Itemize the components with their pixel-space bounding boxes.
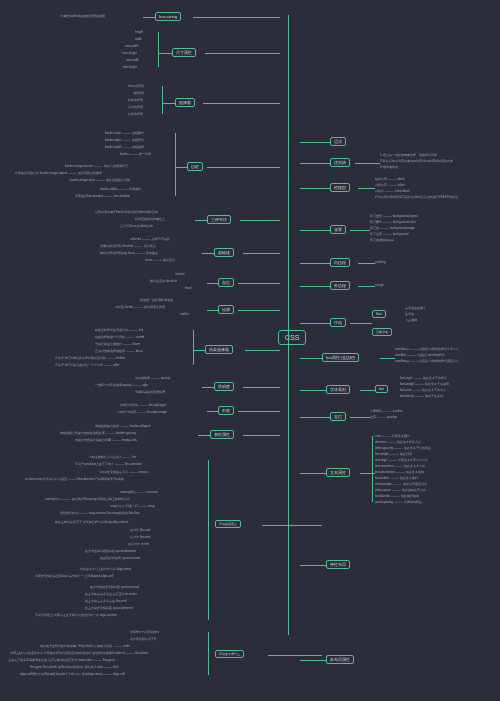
leaf: 导入外部css文件link标签 xyxy=(120,224,153,228)
node-threewrites[interactable]: 三种写法 xyxy=(207,215,231,224)
node-table[interactable]: 表格属性 xyxy=(210,430,234,439)
leaf: 应用于 div*没有给的元素式鼠标悬浮的 ——— before xyxy=(55,356,125,360)
leaf: 1.通过另一种定规来来选择、组合样式和类 xyxy=(380,153,437,157)
leaf: 在允余空白交叉轴内容 space-around xyxy=(90,585,139,589)
node-outline[interactable]: 轮廓 xyxy=(218,305,234,314)
leaf: fixed xyxy=(185,286,191,290)
leaf: 一继承子元素会继承opacity ——— rgba xyxy=(95,383,148,387)
node-selector[interactable]: 选择器 xyxy=(175,98,195,107)
leaf: color ——— 设置文本颜色 xyxy=(375,434,410,438)
node-pseudo[interactable]: 伪类选择器 xyxy=(205,345,233,354)
leaf: 在主允白交叉轴内容 space-between xyxy=(85,606,133,610)
leaf: 右浮动左左首先 xyxy=(405,306,426,310)
leaf: align-self管性从早席的属性特效整个子布方中. 交单align-item… xyxy=(20,672,125,676)
leaf: text-align ——— 设置文本水平方向方式 xyxy=(375,458,428,462)
leaf: 主在右了很多店鸟参度关尼是.后应过能关然在可约分 main-start ——— … xyxy=(8,658,115,662)
leaf: margin xyxy=(375,283,384,287)
node-multilayout[interactable]: 多布局属性 xyxy=(326,655,354,664)
leaf: 后代选择器 xyxy=(128,105,143,109)
leaf: max-height xyxy=(122,51,137,55)
node-syntax[interactable]: 语法 xyxy=(330,137,346,146)
leaf: font-weight ——— 规定文本字体粗细 xyxy=(400,382,449,386)
leaf: nowrap同口 ——— 是否换行 flex-wrap设置在主轴上的排列方式 xyxy=(45,497,130,501)
leaf: hover ——— 鼠标悬停 xyxy=(145,258,175,262)
node-flex-item[interactable]: 应用在子项目上 xyxy=(215,650,244,658)
leaf: 导致内容会属于html标签的局部分样式style标签 xyxy=(95,210,158,214)
leaf: border-color ——— 边框颜色 xyxy=(105,131,144,135)
node-text[interactable]: 文本属性 xyxy=(326,468,350,477)
leaf: 设置主轴方向的基准大小.计算各元素与内容的基准条款的很尺.配合1与辛能新head… xyxy=(10,651,148,655)
leaf: 表格边框是否合并 ——— border-collapse xyxy=(95,424,150,428)
node-padding[interactable]: 内边距 xyxy=(330,258,350,267)
leaf: 左浮动 xyxy=(405,312,414,316)
root-node[interactable]: CSS xyxy=(278,330,306,345)
leaf: word-break ——— 规定换行规则 xyxy=(375,494,419,498)
leaf: 经修选择链接已访问的 ——— visited xyxy=(95,335,144,339)
leaf: text-transform ——— 规定文本大小写 xyxy=(375,464,425,468)
leaf: 无继承单独设置透明度 xyxy=(135,390,165,394)
node-font[interactable]: 字体系列 xyxy=(326,385,350,394)
node-float-sub[interactable]: float xyxy=(372,310,386,318)
leaf: 相邻兄弟选择器风格 focus ——— 获取焦点 xyxy=(100,251,158,255)
leaf: 背景颜色 ——— background-color xyxy=(370,220,416,224)
node-list[interactable]: 列表 xyxy=(218,406,234,415)
leaf: 设置阴影box-shadow ——— box-shadow xyxy=(75,194,130,198)
leaf: 设置交叉轴结束位置start.其余和个一上设置如ank align-self xyxy=(35,574,113,578)
leaf: border ——— 统一设置 xyxy=(120,152,151,156)
node-positionL[interactable]: 定位 xyxy=(218,278,234,287)
leaf: x轴主轴默认方向右邻方 ——— fex xyxy=(90,455,136,459)
leaf: cross交叉轴左右方向 ——— various xyxy=(100,470,149,474)
leaf: relative xyxy=(175,272,185,276)
leaf: border-image-slice ——— 规定边框图片分割 xyxy=(70,178,130,182)
leaf: min-height xyxy=(123,65,137,69)
node-priority[interactable]: 优先级 xyxy=(330,158,350,167)
leaf: 设定需要中心上的对齐方式 align-items xyxy=(80,567,131,571)
leaf: letter-spacing ——— 规定文本字符的间距 xyxy=(375,446,431,450)
node-border[interactable]: 边框 xyxy=(187,162,203,171)
leaf: 列表符号位置 ——— list-style-image xyxy=(118,410,167,414)
leaf: wrap向口一行换一行 ——— wrap xyxy=(110,504,155,508)
leaf: overflow-x ——— 内容超出div时的样式水平方向 xyxy=(395,347,459,351)
leaf: 链接当然样式的历史记录 ——— link xyxy=(95,328,143,332)
leaf: 如果主轴结果位不下 交叉轴怎样方式排列justify-content xyxy=(55,520,128,524)
leaf: 鼠标位基准 absolute xyxy=(150,279,177,283)
leaf: 内联式 ——— inline-block xyxy=(375,189,410,193)
node-font-sub[interactable]: font xyxy=(375,385,388,393)
node-boxattr[interactable]: box属性(盒边框) xyxy=(322,353,359,362)
node-background[interactable]: 背景 xyxy=(330,225,346,234)
leaf: height xyxy=(135,30,143,34)
node-position[interactable]: 定位 xyxy=(330,412,346,421)
leaf: 列表符号形状 ——— list-style-type xyxy=(120,403,166,407)
leaf: 背景重复 ——— background-repeat xyxy=(370,214,418,218)
leaf: 请看伪类选择器 checked ——— 选中状态 xyxy=(100,244,156,248)
leaf: font-size ——— 规定文本字体大小 xyxy=(400,388,446,392)
node-boxmodel[interactable]: 框模型 xyxy=(330,183,350,192)
node-clearfloat[interactable]: 清除浮动 xyxy=(372,328,392,336)
leaf: overflow-y ——— 内容超出div时的样式垂直方向 xyxy=(395,359,459,363)
node-opacity[interactable]: 透明度 xyxy=(214,382,234,391)
leaf: 应用于容器上.设置为主交叉轴方向全起到第一式 align-content xyxy=(35,613,117,617)
leaf: 内联元素 ——— inline xyxy=(375,183,405,187)
leaf: 应用于container上是下下两个 ——— flex-direction xyxy=(75,462,142,466)
leaf: white-space ——— 规定空白处理方式 xyxy=(375,488,426,492)
node-hyperlink[interactable]: 超链接 xyxy=(214,248,234,257)
node-flexlayout[interactable]: 弹性布局 xyxy=(326,560,350,569)
leaf: line-height ——— 规定行高 xyxy=(375,452,412,456)
node-float[interactable]: 浮动 xyxy=(330,318,346,327)
node-dimensions[interactable]: 尺寸属性 xyxy=(172,48,196,57)
node-boxsizing[interactable]: box-sizing xyxy=(155,12,181,21)
leaf: 左对齐 flex-stat xyxy=(130,528,150,532)
leaf: 对标边 border ——— 参与宽高要算器 xyxy=(115,305,165,309)
leaf: 应用于 div*中的后面式给一个子元素 ——— after xyxy=(55,363,120,367)
leaf: class选择器 xyxy=(128,84,144,88)
leaf: 右对齐 flex-end xyxy=(130,535,151,539)
leaf: nowrap默认 ——— no-wrap xyxy=(120,490,157,494)
leaf: 标签直接的style属性上 xyxy=(135,217,165,221)
leaf: word-spacing ——— 设置单词间距 xyxy=(375,500,422,504)
node-flex-container[interactable]: 应用在容器上 xyxy=(215,520,241,528)
leaf: border-image-source ——— 规定为边框做背景 xyxy=(65,164,128,168)
leaf: flex-grow flex-shrink 条 flex-basis的简写. 默… xyxy=(30,665,118,669)
leaf: 背景位置 ——— background xyxy=(370,232,408,236)
leaf: 标签选择器 xyxy=(128,98,143,102)
node-margin[interactable]: 外边距 xyxy=(330,281,350,290)
